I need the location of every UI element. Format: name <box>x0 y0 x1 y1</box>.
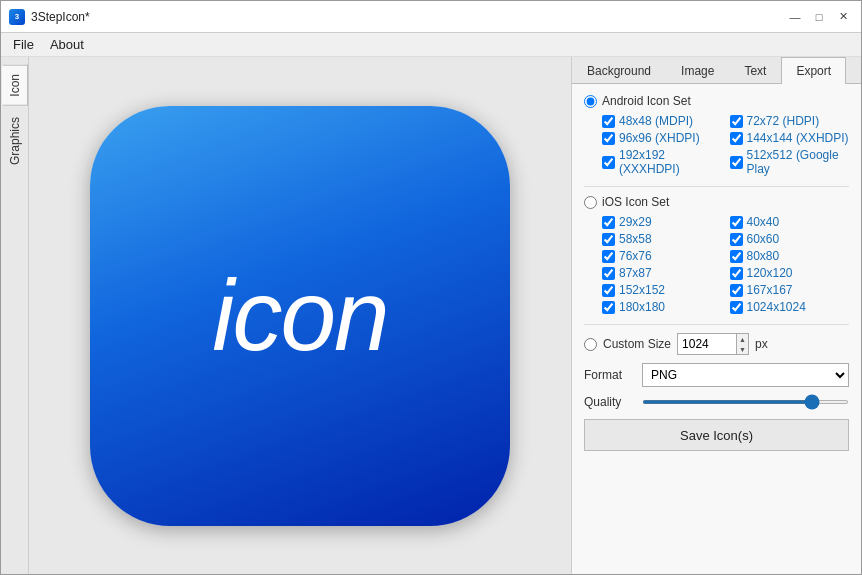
label-72x72[interactable]: 72x72 (HDPI) <box>747 114 820 128</box>
check-item-40x40: 40x40 <box>730 215 850 229</box>
label-29x29[interactable]: 29x29 <box>619 215 652 229</box>
minimize-button[interactable]: — <box>785 7 805 27</box>
label-1024x1024[interactable]: 1024x1024 <box>747 300 806 314</box>
label-60x60[interactable]: 60x60 <box>747 232 780 246</box>
label-152x152[interactable]: 152x152 <box>619 283 665 297</box>
label-144x144[interactable]: 144x144 (XXHDPI) <box>747 131 849 145</box>
checkbox-40x40[interactable] <box>730 216 743 229</box>
android-label[interactable]: Android Icon Set <box>602 94 691 108</box>
custom-size-input[interactable] <box>677 333 737 355</box>
px-label: px <box>755 337 768 351</box>
divider-1 <box>584 186 849 187</box>
check-item-72x72: 72x72 (HDPI) <box>730 114 850 128</box>
format-row: Format PNG JPEG BMP ICO <box>584 363 849 387</box>
quality-row: Quality <box>584 395 849 409</box>
quality-label: Quality <box>584 395 634 409</box>
menu-about[interactable]: About <box>42 35 92 54</box>
menu-file[interactable]: File <box>5 35 42 54</box>
custom-size-radio[interactable] <box>584 338 597 351</box>
tab-export[interactable]: Export <box>781 57 846 84</box>
check-item-60x60: 60x60 <box>730 232 850 246</box>
window-title: 3StepIcon* <box>31 10 785 24</box>
checkbox-29x29[interactable] <box>602 216 615 229</box>
spin-down-button[interactable]: ▼ <box>737 344 748 354</box>
check-item-512x512: 512x512 (Google Play <box>730 148 850 176</box>
check-item-29x29: 29x29 <box>602 215 722 229</box>
checkbox-76x76[interactable] <box>602 250 615 263</box>
label-87x87[interactable]: 87x87 <box>619 266 652 280</box>
checkbox-87x87[interactable] <box>602 267 615 280</box>
check-item-80x80: 80x80 <box>730 249 850 263</box>
check-item-58x58: 58x58 <box>602 232 722 246</box>
android-radio-row: Android Icon Set <box>584 94 849 108</box>
label-180x180[interactable]: 180x180 <box>619 300 665 314</box>
quality-slider[interactable] <box>642 400 849 404</box>
icon-preview-text: icon <box>212 258 387 373</box>
check-item-120x120: 120x120 <box>730 266 850 280</box>
ios-label[interactable]: iOS Icon Set <box>602 195 669 209</box>
checkbox-144x144[interactable] <box>730 132 743 145</box>
check-item-76x76: 76x76 <box>602 249 722 263</box>
label-48x48[interactable]: 48x48 (MDPI) <box>619 114 693 128</box>
content-area: Icon Graphics icon Background Image Text… <box>1 57 861 574</box>
menu-bar: File About <box>1 33 861 57</box>
ios-section: iOS Icon Set 29x29 40x40 5 <box>584 195 849 314</box>
checkbox-1024x1024[interactable] <box>730 301 743 314</box>
label-120x120[interactable]: 120x120 <box>747 266 793 280</box>
check-item-96x96: 96x96 (XHDPI) <box>602 131 722 145</box>
label-80x80[interactable]: 80x80 <box>747 249 780 263</box>
save-button[interactable]: Save Icon(s) <box>584 419 849 451</box>
check-item-87x87: 87x87 <box>602 266 722 280</box>
side-tab-graphics[interactable]: Graphics <box>2 108 28 174</box>
custom-size-label[interactable]: Custom Size <box>603 337 671 351</box>
format-select[interactable]: PNG JPEG BMP ICO <box>642 363 849 387</box>
android-section: Android Icon Set 48x48 (MDPI) 72x72 (HDP… <box>584 94 849 176</box>
check-item-167x167: 167x167 <box>730 283 850 297</box>
ios-sizes-grid: 29x29 40x40 58x58 60x60 <box>602 215 849 314</box>
checkbox-60x60[interactable] <box>730 233 743 246</box>
android-radio[interactable] <box>584 95 597 108</box>
android-sizes-grid: 48x48 (MDPI) 72x72 (HDPI) 96x96 (XHDPI) <box>602 114 849 176</box>
maximize-button[interactable]: □ <box>809 7 829 27</box>
custom-size-row: Custom Size ▲ ▼ px <box>584 333 849 355</box>
tab-image[interactable]: Image <box>666 57 729 84</box>
app-icon: 3 <box>9 9 25 25</box>
close-button[interactable]: ✕ <box>833 7 853 27</box>
label-76x76[interactable]: 76x76 <box>619 249 652 263</box>
check-item-48x48: 48x48 (MDPI) <box>602 114 722 128</box>
checkbox-192x192[interactable] <box>602 156 615 169</box>
label-96x96[interactable]: 96x96 (XHDPI) <box>619 131 700 145</box>
tab-background[interactable]: Background <box>572 57 666 84</box>
title-bar: 3 3StepIcon* — □ ✕ <box>1 1 861 33</box>
format-label: Format <box>584 368 634 382</box>
checkbox-512x512[interactable] <box>730 156 743 169</box>
checkbox-96x96[interactable] <box>602 132 615 145</box>
preview-area: icon <box>29 57 571 574</box>
checkbox-48x48[interactable] <box>602 115 615 128</box>
label-58x58[interactable]: 58x58 <box>619 232 652 246</box>
tab-text[interactable]: Text <box>729 57 781 84</box>
ios-radio[interactable] <box>584 196 597 209</box>
main-window: 3 3StepIcon* — □ ✕ File About Icon Graph… <box>0 0 862 575</box>
label-167x167[interactable]: 167x167 <box>747 283 793 297</box>
label-40x40[interactable]: 40x40 <box>747 215 780 229</box>
checkbox-152x152[interactable] <box>602 284 615 297</box>
checkbox-72x72[interactable] <box>730 115 743 128</box>
divider-2 <box>584 324 849 325</box>
side-tab-icon[interactable]: Icon <box>2 65 28 106</box>
label-512x512[interactable]: 512x512 (Google Play <box>747 148 850 176</box>
checkbox-58x58[interactable] <box>602 233 615 246</box>
check-item-1024x1024: 1024x1024 <box>730 300 850 314</box>
label-192x192[interactable]: 192x192 (XXXHDPI) <box>619 148 722 176</box>
check-item-144x144: 144x144 (XXHDPI) <box>730 131 850 145</box>
checkbox-167x167[interactable] <box>730 284 743 297</box>
checkbox-80x80[interactable] <box>730 250 743 263</box>
export-panel: Android Icon Set 48x48 (MDPI) 72x72 (HDP… <box>572 84 861 574</box>
checkbox-180x180[interactable] <box>602 301 615 314</box>
checkbox-120x120[interactable] <box>730 267 743 280</box>
spin-up-button[interactable]: ▲ <box>737 334 748 344</box>
window-controls: — □ ✕ <box>785 7 853 27</box>
check-item-152x152: 152x152 <box>602 283 722 297</box>
side-tabs: Icon Graphics <box>1 57 29 574</box>
icon-preview: icon <box>90 106 510 526</box>
